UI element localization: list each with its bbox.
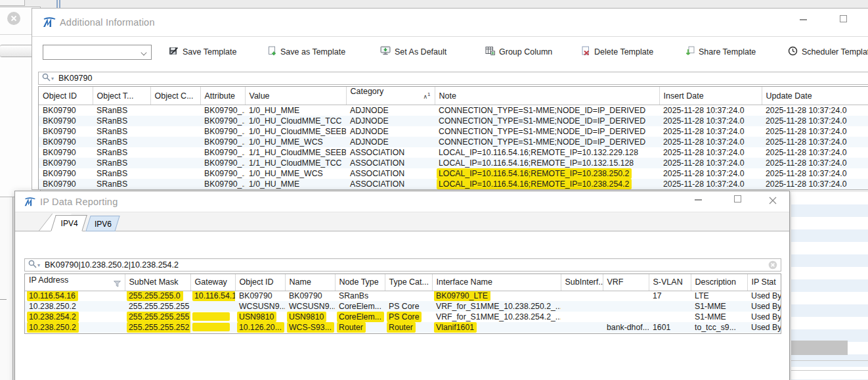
search-options-caret-icon[interactable]: ▾: [37, 262, 40, 268]
table-cell: [603, 301, 649, 312]
table-cell: CONNECTION_TYPE=S1-MME;NODE_ID=IP_DERIVE…: [435, 137, 659, 147]
table-cell: 1/0_HU_MME: [245, 179, 346, 189]
table-cell: [150, 147, 200, 158]
column-header[interactable]: SubNet Mask: [125, 274, 190, 291]
table-row[interactable]: BK09790SRanBSBK09790_...1/0_HU_CloudMME_…: [39, 116, 868, 126]
column-header[interactable]: VRF: [603, 274, 649, 291]
table-row[interactable]: 10.238.250.2255.255.255.255WCSUSN9...WCS…: [25, 301, 781, 312]
search-options-caret-icon[interactable]: ▾: [51, 76, 54, 82]
scheduler-template-button[interactable]: Scheduler Template: [788, 46, 868, 58]
column-header[interactable]: Object T...: [93, 87, 150, 105]
table-cell: BK09790: [39, 147, 93, 158]
table-cell: 255.255.255.252: [125, 322, 190, 333]
column-header[interactable]: Description: [691, 274, 747, 291]
table-row[interactable]: BK09790SRanBSBK09790_...1/0_HU_CloudMME_…: [39, 126, 868, 137]
highlighted-value: LOCAL_IP=10.116.54.16;REMOTE_IP=10.238.2…: [437, 168, 632, 179]
table-row[interactable]: BK09790SRanBSBK09790_...1/0_HU_MMEADJNOD…: [39, 105, 868, 116]
table-cell: 1601: [649, 322, 691, 333]
highlighted-value: PS Core: [387, 312, 422, 322]
column-header-label: Object T...: [97, 91, 134, 101]
column-header[interactable]: Value: [245, 87, 346, 105]
table-cell: USN9810: [235, 312, 285, 322]
highlighted-value: 10.116.54.16: [27, 291, 78, 301]
table-cell: ASSOCIATION: [346, 168, 435, 179]
table-cell: VRF_for_S1MME_10.238.254.2_...: [432, 312, 561, 322]
title-bar[interactable]: IP Data Reporting: [15, 191, 789, 212]
additional-information-window: Additional Information Save Template Sav…: [32, 8, 868, 190]
column-header[interactable]: IP Stat: [747, 274, 781, 291]
column-header[interactable]: Object ID: [235, 274, 285, 291]
column-header[interactable]: Node Type: [335, 274, 385, 291]
save-as-template-button[interactable]: Save as Template: [267, 46, 345, 58]
tab-ipv4[interactable]: IPV4: [51, 215, 87, 231]
template-select[interactable]: [43, 45, 152, 60]
column-header[interactable]: Name: [285, 274, 335, 291]
tab-ipv6[interactable]: IPV6: [85, 216, 119, 231]
table-row[interactable]: 10.238.250.2255.255.255.252 10.126.20...…: [25, 322, 781, 333]
table-row[interactable]: BK09790SRanBSBK09790_...1/0_HU_MME_WCSAS…: [39, 168, 868, 179]
table-cell: CoreElem...: [335, 312, 385, 322]
table-cell: 17: [649, 291, 691, 301]
column-header[interactable]: Interface Name: [432, 274, 561, 291]
clear-search-button[interactable]: [768, 260, 777, 270]
table-cell: CONNECTION_TYPE=S1-MME;NODE_ID=IP_DERIVE…: [435, 126, 659, 137]
table-cell: SRanBS: [93, 137, 150, 147]
column-header[interactable]: Type Cat...: [385, 274, 432, 291]
column-header[interactable]: Object ID: [39, 87, 93, 105]
close-button[interactable]: [769, 195, 779, 204]
filter-funnel-icon[interactable]: [114, 280, 121, 289]
maximize-button[interactable]: [733, 194, 743, 203]
column-header[interactable]: Note: [435, 87, 659, 105]
maximize-icon: [840, 15, 847, 22]
highlighted-value: 255.255.255.252: [127, 322, 190, 333]
table-row[interactable]: BK09790SRanBSBK09790_...1/0_HU_MMEASSOCI…: [39, 179, 868, 189]
share-template-button[interactable]: Share Template: [685, 46, 756, 58]
minimize-button[interactable]: [693, 194, 704, 203]
maximize-icon: [734, 195, 741, 202]
column-header[interactable]: ∧1Category: [346, 87, 435, 105]
search-input[interactable]: ▾ BK09790|10.238.250.2|10.238.254.2: [24, 258, 781, 272]
minimize-button[interactable]: [798, 14, 809, 23]
table-cell: 1/0_HU_CloudMME_TCC: [245, 116, 346, 126]
column-header[interactable]: IP Address: [25, 274, 125, 291]
table-cell: ADJNODE: [346, 137, 435, 147]
table-row[interactable]: 10.116.54.16255.255.255.010.116.54.1BK09…: [25, 291, 781, 301]
search-input[interactable]: ▾ BK09790: [38, 72, 868, 85]
scheduler-template-icon: [788, 46, 798, 58]
delete-template-button[interactable]: Delete Template: [581, 46, 653, 58]
highlighted-value: [192, 312, 230, 321]
background-scrollbar-thumb[interactable]: [791, 341, 848, 355]
column-header[interactable]: Object C...: [150, 87, 200, 105]
table-cell: Vlanif1601: [432, 322, 561, 333]
table-cell: 2025-11-28 10:37:24.0: [762, 116, 868, 126]
highlighted-value: 10.116.54.1: [192, 291, 235, 301]
app-logo-icon: [41, 16, 57, 31]
close-circle-icon[interactable]: [7, 12, 20, 25]
column-header[interactable]: Update Date: [762, 87, 868, 105]
set-as-default-button[interactable]: Set As Default: [380, 46, 446, 57]
table-cell: CONNECTION_TYPE=S1-MME;NODE_ID=IP_DERIVE…: [435, 105, 659, 116]
table-cell: 2025-11-28 10:37:24.0: [762, 105, 868, 116]
table-row[interactable]: BK09790SRanBSBK09790_...1/1_HU_CloudMME_…: [39, 147, 868, 158]
table-row[interactable]: BK09790SRanBSBK09790_...1/0_HU_MME_WCSAD…: [39, 137, 868, 147]
group-column-button[interactable]: Group Column: [485, 46, 552, 57]
table-cell: LOCAL_IP=10.116.54.16;REMOTE_IP=10.132.1…: [435, 158, 659, 168]
save-template-button[interactable]: Save Template: [169, 46, 236, 57]
search-value: BK09790: [58, 74, 92, 83]
table-cell: Used By: [747, 301, 781, 312]
column-header[interactable]: Gateway: [190, 274, 235, 291]
maximize-button[interactable]: [838, 14, 849, 23]
table-cell: [561, 312, 603, 322]
table-row[interactable]: 10.238.254.2255.255.255.255 USN9810USN98…: [25, 312, 781, 322]
search-value: BK09790|10.238.250.2|10.238.254.2: [45, 260, 179, 270]
table-cell: CoreElem...: [335, 301, 385, 312]
table-cell: ADJNODE: [346, 105, 435, 116]
title-bar[interactable]: Additional Information: [32, 9, 868, 37]
column-header[interactable]: Attribute: [200, 87, 245, 105]
table-row[interactable]: BK09790SRanBSBK09790_...1/1_HU_CloudMME_…: [39, 158, 868, 168]
column-header[interactable]: SubInterf...: [561, 274, 603, 291]
column-header[interactable]: Insert Date: [659, 87, 762, 105]
table-cell: 1/0_HU_CloudMME_SEEB: [245, 126, 346, 137]
column-header[interactable]: S-VLAN: [649, 274, 691, 291]
table-cell: [150, 105, 200, 116]
